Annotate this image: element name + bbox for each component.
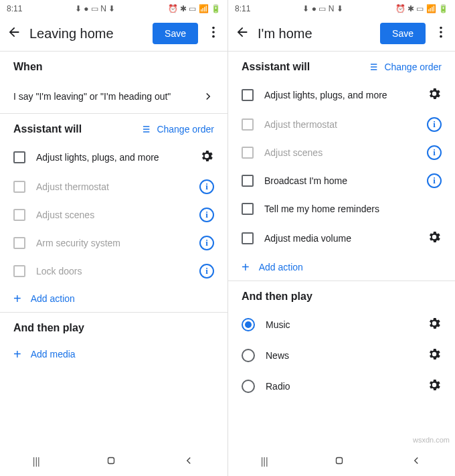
- status-icons-left: ⬇ ● ▭ N ⬇: [302, 4, 343, 13]
- assistant-item[interactable]: Adjust media volume: [228, 223, 455, 254]
- assistant-item[interactable]: Adjust lights, plugs, and more: [228, 80, 455, 110]
- gear-icon[interactable]: [199, 149, 214, 166]
- assistant-item[interactable]: Lock doorsi: [0, 257, 227, 285]
- save-button[interactable]: Save: [153, 23, 198, 44]
- checkbox[interactable]: [242, 147, 254, 159]
- app-bar: Leaving home Save: [0, 17, 227, 51]
- svg-rect-7: [336, 457, 342, 463]
- phone-left: 8:11 ⬇ ● ▭ N ⬇ ⏰ ✱ ▭ 📶 🔋 Leaving home Sa…: [0, 0, 227, 476]
- checkbox[interactable]: [13, 209, 25, 221]
- nav-bar: |||: [228, 447, 455, 476]
- play-title: And then play: [242, 291, 312, 303]
- gear-icon[interactable]: [427, 347, 442, 364]
- add-media-label: Add media: [31, 349, 76, 360]
- trigger-row[interactable]: I say "I'm leaving" or "I'm heading out": [0, 80, 227, 113]
- checkbox[interactable]: [13, 237, 25, 249]
- trigger-text: I say "I'm leaving" or "I'm heading out": [13, 91, 171, 102]
- radio[interactable]: [242, 318, 255, 331]
- save-button[interactable]: Save: [380, 23, 426, 44]
- assistant-title: Assistant will: [242, 61, 310, 73]
- assistant-item[interactable]: Adjust scenesi: [228, 139, 455, 167]
- content-scroll[interactable]: When I say "I'm leaving" or "I'm heading…: [0, 52, 227, 447]
- change-order-button[interactable]: Change order: [369, 62, 442, 72]
- app-bar: I'm home Save: [228, 17, 455, 51]
- svg-rect-3: [108, 457, 114, 463]
- item-label: Adjust media volume: [264, 233, 427, 244]
- checkbox[interactable]: [242, 232, 254, 244]
- assistant-item[interactable]: Broadcast I'm homei: [228, 167, 455, 195]
- item-label: Adjust lights, plugs, and more: [264, 90, 427, 100]
- play-item[interactable]: Radio: [228, 371, 455, 402]
- assistant-item[interactable]: Arm security systemi: [0, 229, 227, 257]
- play-label: Radio: [266, 381, 427, 392]
- info-icon[interactable]: i: [199, 264, 214, 279]
- info-icon[interactable]: i: [427, 145, 442, 160]
- play-item[interactable]: Music: [228, 309, 455, 340]
- watermark: wsxdn.com: [413, 436, 450, 444]
- checkbox[interactable]: [13, 181, 25, 193]
- nav-home[interactable]: [333, 455, 345, 469]
- radio[interactable]: [242, 349, 255, 362]
- back-button[interactable]: [235, 25, 250, 42]
- assistant-item[interactable]: Adjust scenesi: [0, 201, 227, 229]
- phone-right: 8:11 ⬇ ● ▭ N ⬇ ⏰ ✱ ▭ 📶 🔋 I'm home Save A…: [227, 0, 455, 476]
- status-icons-right: ⏰ ✱ ▭ 📶 🔋: [168, 4, 221, 13]
- reorder-icon: [142, 124, 153, 135]
- svg-point-1: [212, 31, 215, 33]
- play-title: And then play: [13, 322, 84, 334]
- assistant-item[interactable]: Tell me my home reminders: [228, 195, 455, 223]
- svg-point-6: [440, 35, 442, 38]
- gear-icon[interactable]: [427, 316, 442, 333]
- when-header: When: [0, 52, 227, 80]
- item-label: Adjust thermostat: [264, 119, 427, 130]
- back-button[interactable]: [7, 25, 21, 42]
- checkbox[interactable]: [13, 151, 25, 163]
- add-action-button[interactable]: + Add action: [228, 254, 455, 281]
- radio[interactable]: [242, 380, 255, 393]
- page-title: Leaving home: [29, 26, 145, 42]
- add-action-label: Add action: [259, 262, 303, 272]
- status-icons-right: ⏰ ✱ ▭ 📶 🔋: [395, 4, 448, 13]
- add-media-button[interactable]: + Add media: [0, 341, 227, 368]
- status-icons-left: ⬇ ● ▭ N ⬇: [75, 4, 115, 13]
- assistant-title: Assistant will: [13, 123, 82, 135]
- info-icon[interactable]: i: [199, 208, 214, 222]
- assistant-header-row: Assistant will Change order: [228, 52, 455, 80]
- more-button[interactable]: [434, 25, 448, 42]
- plus-icon: +: [13, 349, 21, 359]
- gear-icon[interactable]: [427, 230, 442, 247]
- info-icon[interactable]: i: [199, 179, 214, 194]
- nav-home[interactable]: [105, 455, 117, 469]
- nav-back[interactable]: [410, 455, 422, 469]
- assistant-item[interactable]: Adjust thermostati: [0, 173, 227, 201]
- play-label: News: [266, 350, 427, 361]
- reorder-icon: [369, 62, 380, 72]
- checkbox[interactable]: [242, 175, 254, 187]
- nav-recent[interactable]: |||: [33, 456, 40, 467]
- checkbox[interactable]: [242, 118, 254, 131]
- gear-icon[interactable]: [427, 86, 442, 104]
- change-order-button[interactable]: Change order: [142, 124, 214, 135]
- info-icon[interactable]: i: [199, 236, 214, 250]
- content-scroll[interactable]: Assistant will Change order Adjust light…: [228, 52, 455, 447]
- item-label: Tell me my home reminders: [264, 204, 442, 214]
- info-icon[interactable]: i: [427, 117, 442, 132]
- status-bar: 8:11 ⬇ ● ▭ N ⬇ ⏰ ✱ ▭ 📶 🔋: [0, 0, 227, 17]
- info-icon[interactable]: i: [427, 173, 442, 188]
- checkbox[interactable]: [242, 203, 254, 215]
- checkbox[interactable]: [242, 89, 254, 101]
- assistant-header-row: Assistant will Change order: [0, 114, 227, 142]
- gear-icon[interactable]: [427, 378, 442, 395]
- svg-point-0: [212, 27, 215, 29]
- assistant-item[interactable]: Adjust lights, plugs, and more: [0, 142, 227, 173]
- nav-back[interactable]: [183, 455, 195, 469]
- assistant-item[interactable]: Adjust thermostati: [228, 110, 455, 139]
- play-item[interactable]: News: [228, 340, 455, 371]
- item-label: Adjust scenes: [264, 147, 427, 158]
- checkbox[interactable]: [13, 265, 25, 277]
- add-action-label: Add action: [31, 293, 75, 304]
- nav-recent[interactable]: |||: [261, 456, 268, 467]
- more-button[interactable]: [206, 25, 221, 42]
- play-header-row: And then play: [0, 313, 227, 341]
- add-action-button[interactable]: + Add action: [0, 285, 227, 312]
